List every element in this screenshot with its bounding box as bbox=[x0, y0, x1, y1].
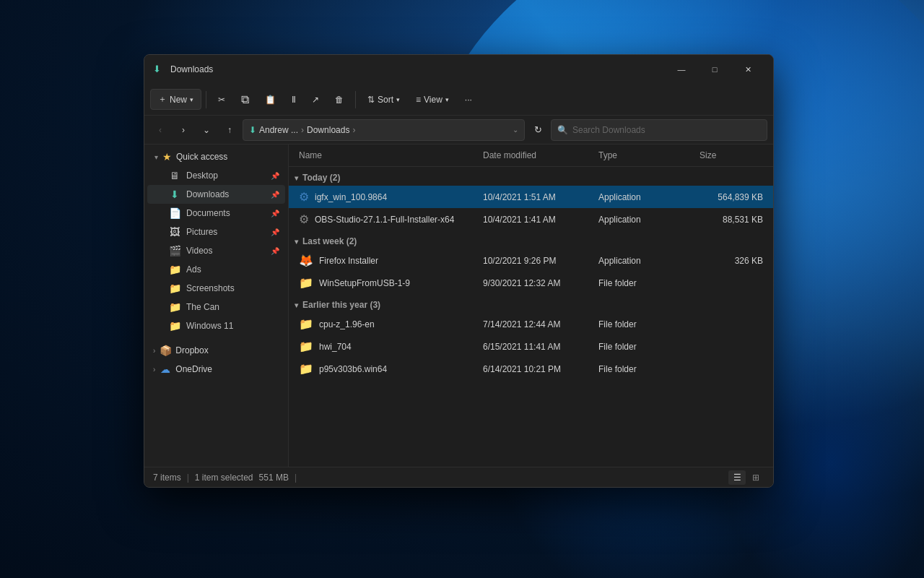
file-name-hwi: 📁 hwi_704 bbox=[295, 335, 479, 358]
sidebar-item-windows11[interactable]: 📁 Windows 11 bbox=[147, 316, 285, 335]
screenshots-label: Screenshots bbox=[186, 283, 279, 293]
sidebar-item-onedrive[interactable]: › ☁ OneDrive bbox=[147, 360, 285, 379]
file-type-cpuz: File folder bbox=[594, 313, 695, 335]
sidebar-item-documents[interactable]: 📄 Documents 📌 bbox=[147, 204, 285, 223]
file-row-firefox[interactable]: 🦊 Firefox Installer 10/2/2021 9:26 PM Ap… bbox=[289, 249, 773, 272]
rename-icon: Ⅱ bbox=[292, 95, 296, 105]
sidebar-item-dropbox[interactable]: › 📦 Dropbox bbox=[147, 341, 285, 360]
col-header-type[interactable]: Type bbox=[594, 144, 695, 166]
hwi-folder-icon: 📁 bbox=[299, 340, 313, 353]
window-icon: ⬇ bbox=[153, 64, 165, 75]
file-size-igfx: 564,839 KB bbox=[695, 186, 767, 208]
pin-icon: 📌 bbox=[271, 172, 279, 180]
sidebar-item-downloads[interactable]: ⬇ Downloads 📌 bbox=[147, 185, 285, 204]
paste-button[interactable]: 📋 bbox=[258, 91, 283, 108]
more-icon: ··· bbox=[465, 95, 472, 105]
col-header-name[interactable]: Name bbox=[295, 144, 479, 166]
new-button[interactable]: ＋ New ▾ bbox=[150, 89, 201, 110]
address-box[interactable]: ⬇ Andrew ... › Downloads › ⌄ bbox=[243, 119, 525, 141]
col-header-size[interactable]: Size bbox=[695, 144, 767, 166]
pin-icon-videos: 📌 bbox=[271, 247, 279, 255]
file-date-firefox: 10/2/2021 9:26 PM bbox=[479, 249, 594, 272]
rename-button[interactable]: Ⅱ bbox=[284, 91, 303, 108]
cut-button[interactable]: ✂ bbox=[211, 91, 232, 108]
videos-icon: 🎬 bbox=[169, 245, 180, 256]
sidebar-item-desktop[interactable]: 🖥 Desktop 📌 bbox=[147, 166, 285, 185]
obs-file-icon: ⚙ bbox=[299, 212, 309, 226]
desktop-label: Desktop bbox=[186, 171, 265, 181]
minimize-button[interactable]: — bbox=[665, 58, 698, 81]
pin-icon-documents: 📌 bbox=[271, 210, 279, 217]
winsetup-folder-icon: 📁 bbox=[299, 276, 313, 290]
pictures-label: Pictures bbox=[186, 227, 265, 237]
items-count: 7 items bbox=[153, 473, 181, 483]
toolbar: ＋ New ▾ ✂ ⧉ 📋 Ⅱ ↗ 🗑 ⇅ Sort ▾ ≡ bbox=[144, 84, 773, 116]
onedrive-label: OneDrive bbox=[175, 364, 212, 374]
copy-button[interactable]: ⧉ bbox=[234, 90, 256, 110]
quick-access-header[interactable]: ▾ ★ Quick access bbox=[147, 147, 285, 166]
file-name-igfx: ⚙ igfx_win_100.9864 bbox=[295, 186, 479, 208]
file-row-p95[interactable]: 📁 p95v303b6.win64 6/14/2021 10:21 PM Fil… bbox=[289, 358, 773, 380]
more-button[interactable]: ··· bbox=[458, 91, 479, 108]
file-name-firefox: 🦊 Firefox Installer bbox=[295, 249, 479, 272]
close-button[interactable]: ✕ bbox=[731, 58, 764, 81]
lastweek-group-chevron-icon[interactable]: ▾ bbox=[295, 238, 298, 246]
sidebar: ▾ ★ Quick access 🖥 Desktop 📌 ⬇ Downloads… bbox=[144, 144, 289, 467]
search-icon: 🔍 bbox=[557, 125, 568, 135]
col-header-date[interactable]: Date modified bbox=[479, 144, 594, 166]
today-group-label: Today (2) bbox=[302, 173, 340, 183]
share-button[interactable]: ↗ bbox=[305, 91, 326, 108]
file-name-cpuz: 📁 cpu-z_1.96-en bbox=[295, 313, 479, 335]
file-type-hwi: File folder bbox=[594, 335, 695, 358]
sidebar-item-ads[interactable]: 📁 Ads bbox=[147, 260, 285, 279]
search-placeholder: Search Downloads bbox=[572, 125, 645, 135]
file-size-p95 bbox=[695, 358, 767, 380]
address-path: Andrew ... › Downloads › bbox=[259, 125, 355, 135]
path-part-2: Downloads bbox=[307, 125, 349, 135]
file-name-winsetup: 📁 WinSetupFromUSB-1-9 bbox=[295, 272, 479, 294]
maximize-button[interactable]: □ bbox=[698, 58, 731, 81]
column-headers: Name Date modified Type Size bbox=[289, 144, 773, 167]
recent-locations-button[interactable]: ⌄ bbox=[196, 120, 217, 140]
sidebar-item-videos[interactable]: 🎬 Videos 📌 bbox=[147, 241, 285, 260]
earlier-group-chevron-icon[interactable]: ▾ bbox=[295, 301, 298, 309]
new-chevron-icon: ▾ bbox=[190, 96, 193, 103]
sort-icon: ⇅ bbox=[367, 95, 375, 105]
file-date-hwi: 6/15/2021 11:41 AM bbox=[479, 335, 594, 358]
file-type-igfx: Application bbox=[594, 186, 695, 208]
forward-button[interactable]: › bbox=[173, 120, 193, 140]
dropbox-expand-chevron-icon: › bbox=[153, 347, 155, 355]
sidebar-item-pictures[interactable]: 🖼 Pictures 📌 bbox=[147, 223, 285, 241]
title-bar: ⬇ Downloads — □ ✕ bbox=[144, 55, 773, 84]
dropbox-label: Dropbox bbox=[175, 345, 208, 355]
file-date-cpuz: 7/14/2021 12:44 AM bbox=[479, 313, 594, 335]
firefox-file-icon: 🦊 bbox=[299, 254, 313, 267]
refresh-button[interactable]: ↻ bbox=[528, 120, 548, 140]
toolbar-separator-2 bbox=[355, 91, 356, 108]
sidebar-item-screenshots[interactable]: 📁 Screenshots bbox=[147, 279, 285, 298]
quick-access-star-icon: ★ bbox=[162, 151, 172, 163]
today-group-chevron-icon[interactable]: ▾ bbox=[295, 174, 298, 182]
file-row-hwi[interactable]: 📁 hwi_704 6/15/2021 11:41 AM File folder bbox=[289, 335, 773, 358]
file-row-obs[interactable]: ⚙ OBS-Studio-27.1.1-Full-Installer-x64 1… bbox=[289, 208, 773, 230]
windows11-folder-icon: 📁 bbox=[169, 320, 180, 332]
delete-button[interactable]: 🗑 bbox=[328, 91, 351, 108]
file-row-igfx[interactable]: ⚙ igfx_win_100.9864 10/4/2021 1:51 AM Ap… bbox=[289, 186, 773, 208]
view-button[interactable]: ≡ View ▾ bbox=[409, 91, 456, 108]
back-button[interactable]: ‹ bbox=[150, 120, 170, 140]
selected-info: 1 item selected bbox=[195, 473, 253, 483]
pin-icon-downloads: 📌 bbox=[271, 191, 279, 199]
quick-access-chevron-icon: ▾ bbox=[154, 153, 158, 161]
up-button[interactable]: ↑ bbox=[219, 120, 240, 140]
earlier-group-label: Earlier this year (3) bbox=[302, 300, 380, 310]
sort-button[interactable]: ⇅ Sort ▾ bbox=[360, 91, 407, 108]
sidebar-item-the-can[interactable]: 📁 The Can bbox=[147, 298, 285, 316]
grid-view-button[interactable]: ⊞ bbox=[747, 470, 764, 485]
file-row-cpuz[interactable]: 📁 cpu-z_1.96-en 7/14/2021 12:44 AM File … bbox=[289, 313, 773, 335]
list-view-button[interactable]: ☰ bbox=[728, 470, 746, 485]
file-date-igfx: 10/4/2021 1:51 AM bbox=[479, 186, 594, 208]
search-box[interactable]: 🔍 Search Downloads bbox=[551, 119, 767, 141]
file-type-firefox: Application bbox=[594, 249, 695, 272]
path-part-1: Andrew ... bbox=[259, 125, 298, 135]
file-row-winsetup[interactable]: 📁 WinSetupFromUSB-1-9 9/30/2021 12:32 AM… bbox=[289, 272, 773, 294]
